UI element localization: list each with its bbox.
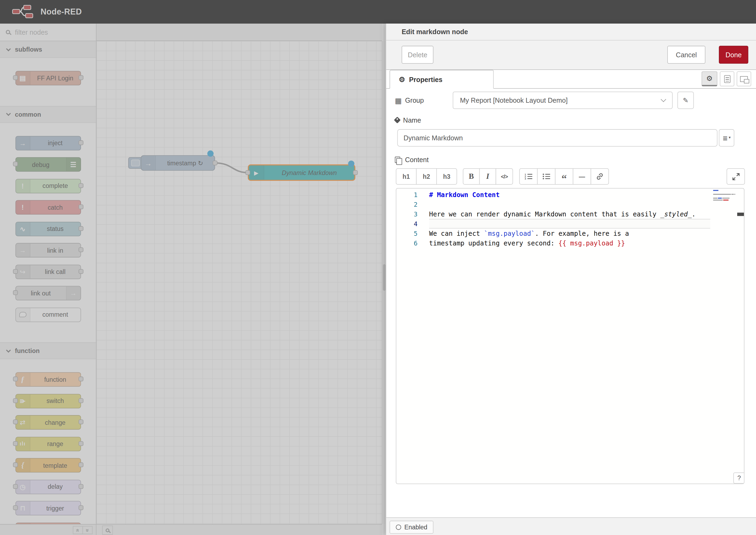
unordered-list-icon — [542, 173, 550, 180]
group-select[interactable]: My Report [Notebook Layout Demo] — [453, 92, 673, 109]
node-enabled-toggle[interactable]: Enabled — [390, 521, 434, 534]
app-header: Node-RED — [0, 0, 756, 24]
blockquote-button[interactable]: “ — [555, 168, 573, 185]
line-number: 5 — [396, 230, 417, 237]
dialog-titlebar: Edit markdown node — [386, 24, 756, 41]
heading2-button[interactable]: h2 — [416, 168, 437, 185]
dialog-title: Edit markdown node — [402, 24, 468, 41]
name-type-button[interactable]: ≣ ▾ — [719, 129, 734, 147]
editor-line-4[interactable]: 4 — [396, 219, 744, 229]
dialog-tabbar: ⚙ Properties ⚙ — [386, 70, 756, 89]
heading1-button[interactable]: h1 — [396, 168, 416, 185]
editor-line-5[interactable]: 5We can inject `msg.payload`. For exampl… — [396, 229, 744, 238]
editor-line-1[interactable]: 1# Markdown Content — [396, 190, 744, 200]
group-grid-icon: ▦ — [395, 97, 402, 104]
content-field-label: Content — [395, 155, 429, 164]
gear-icon: ⚙ — [706, 75, 713, 82]
pages-icon — [395, 156, 400, 163]
edit-node-dialog: Edit markdown node Delete Cancel Done ⚙ … — [386, 24, 756, 535]
name-field-label: Name — [395, 115, 421, 125]
app-title: Node-RED — [41, 0, 82, 24]
dialog-footer: Enabled — [386, 517, 756, 535]
heading3-button[interactable]: h3 — [436, 168, 457, 185]
appearance-icon — [740, 76, 748, 82]
enabled-label: Enabled — [404, 524, 428, 531]
code-button[interactable]: </> — [496, 168, 513, 185]
horizontal-rule-icon: — — [579, 173, 585, 180]
editor-line-6[interactable]: 6timestamp updating every second: {{ msg… — [396, 238, 744, 248]
markdown-code-editor[interactable]: 1# Markdown Content23Here we can render … — [396, 188, 744, 484]
tab-properties[interactable]: ⚙ Properties — [390, 70, 493, 89]
italic-button[interactable]: I — [479, 168, 496, 185]
line-number: 2 — [396, 201, 417, 208]
editor-shade-overlay — [0, 24, 386, 535]
chevron-down-icon — [661, 97, 666, 102]
editor-line-3[interactable]: 3Here we can render dynamic Markdown con… — [396, 209, 744, 219]
tab-properties-label: Properties — [409, 75, 442, 83]
tag-icon — [394, 117, 401, 124]
line-number: 6 — [396, 239, 417, 246]
svg-text:3: 3 — [524, 177, 526, 180]
line-number: 3 — [396, 211, 417, 218]
expand-editor-button[interactable] — [727, 168, 745, 185]
link-icon — [596, 173, 604, 181]
document-icon — [724, 75, 730, 83]
delete-button[interactable]: Delete — [402, 46, 434, 64]
group-select-value: My Report [Notebook Layout Demo] — [460, 97, 662, 104]
unordered-list-button[interactable] — [537, 168, 555, 185]
editor-lines: 1# Markdown Content23Here we can render … — [396, 190, 744, 248]
name-input[interactable] — [397, 129, 717, 147]
ordered-list-button[interactable]: 123 — [519, 168, 537, 185]
ordered-list-icon: 123 — [524, 173, 532, 180]
caret-down-icon: ▾ — [729, 136, 731, 140]
editor-line-2[interactable]: 2 — [396, 200, 744, 209]
horizontal-rule-button[interactable]: — — [573, 168, 591, 185]
bold-button[interactable]: B — [463, 168, 480, 185]
properties-view-button[interactable]: ⚙ — [701, 71, 717, 86]
book-icon: ≣ — [722, 135, 728, 141]
gear-icon: ⚙ — [399, 76, 405, 83]
line-number: 1 — [396, 191, 417, 198]
done-button[interactable]: Done — [719, 46, 748, 64]
cancel-button[interactable]: Cancel — [667, 46, 706, 64]
node-red-logo-icon — [12, 5, 37, 18]
group-field-label: ▦ Group — [395, 96, 424, 105]
editor-help-button[interactable]: ? — [733, 473, 744, 484]
line-number: 4 — [396, 220, 417, 227]
pencil-icon: ✎ — [683, 97, 688, 104]
editor-minimap[interactable] — [713, 189, 737, 223]
appearance-view-button[interactable] — [737, 71, 751, 86]
edit-group-button[interactable]: ✎ — [678, 92, 694, 109]
link-button[interactable] — [591, 168, 609, 185]
editor-overview-ruler-marker — [737, 213, 744, 216]
expand-icon — [732, 173, 739, 180]
toggle-circle-icon — [396, 524, 401, 530]
description-view-button[interactable] — [720, 71, 735, 86]
dialog-toolbar: Delete Cancel Done — [386, 41, 756, 70]
